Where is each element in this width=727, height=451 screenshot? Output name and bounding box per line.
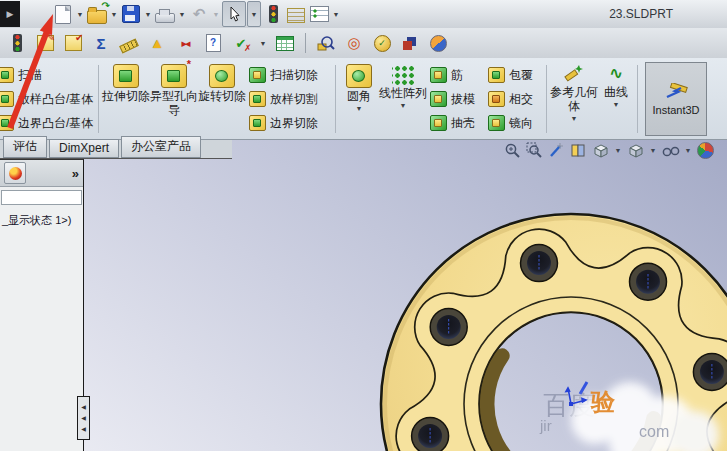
view-orientation-dropdown[interactable]: ▼: [613, 147, 623, 154]
display-state-item[interactable]: _显示状态 1>): [0, 213, 83, 228]
undo-icon: ↶: [193, 5, 206, 23]
ribbon-lofted-cut[interactable]: 放样切割: [246, 90, 332, 109]
draft-icon: [430, 91, 447, 107]
boundary-cut-icon: [249, 115, 266, 131]
ribbon-draft[interactable]: 拔模: [427, 90, 485, 109]
ribbon-shell[interactable]: 抽壳: [427, 114, 485, 133]
display-style-dropdown[interactable]: ▼: [648, 147, 658, 154]
graphics-viewport[interactable]: 百度 验 jir com: [83, 140, 727, 451]
ribbon-boundary-cut[interactable]: 边界切除: [246, 114, 332, 133]
traffic-light-button[interactable]: [262, 2, 284, 26]
motion-rings-button[interactable]: ◎: [343, 31, 365, 55]
main-toolbar: ▶ ▼ ▼ ▼ ▼ ↶ ▼ ▼ ▼ 23.SLDPRT: [0, 0, 727, 28]
tab-dimxpert[interactable]: DimXpert: [49, 139, 119, 158]
features-ribbon: 扫描 放样凸台/基体 边界凸台/基体 拉伸切除 *异型孔向导 旋转切除 扫描切除…: [0, 58, 727, 140]
view-cube-icon: [592, 142, 610, 159]
zoom-fit-button[interactable]: [503, 141, 522, 159]
render-globe-button[interactable]: [427, 31, 449, 55]
tab-office-products[interactable]: 办公室产品: [121, 136, 201, 158]
watermark-yan: 验: [590, 388, 616, 415]
ribbon-tabstrip: 评估 DimXpert 办公室产品: [0, 140, 232, 159]
revolved-cut-icon: [209, 64, 235, 88]
section-view-icon: [570, 142, 587, 159]
new-document-button[interactable]: [52, 2, 74, 26]
tab-evaluate[interactable]: 评估: [3, 136, 47, 158]
hole-wizard-icon: *: [161, 64, 187, 88]
edit-appearance-button[interactable]: [696, 141, 715, 159]
panel-header: »: [0, 160, 83, 187]
solidworks-window: ▶ ▼ ▼ ▼ ▼ ↶ ▼ ▼ ▼ 23.SLDPRT ✎ ✔ Σ: [0, 0, 727, 451]
expand-panel-button[interactable]: »: [72, 166, 79, 181]
open-button[interactable]: [86, 2, 108, 26]
glasses-icon: [661, 142, 680, 159]
part-icon: [9, 167, 22, 180]
measure-button[interactable]: [118, 31, 140, 55]
ribbon-wrap[interactable]: 包覆: [485, 66, 543, 85]
compress-view-button[interactable]: ▸◂: [174, 31, 196, 55]
section-view-button[interactable]: [569, 141, 588, 159]
part-tab-button[interactable]: [4, 162, 26, 184]
ribbon-sweep[interactable]: 扫描: [0, 66, 95, 85]
undo-button[interactable]: ↶: [188, 2, 210, 26]
accept-markup-button[interactable]: ✔: [62, 31, 84, 55]
panel-filter-field[interactable]: [1, 190, 82, 205]
excel-table-button[interactable]: [274, 31, 296, 55]
ribbon-lofted-boss[interactable]: 放样凸台/基体: [0, 90, 95, 109]
ribbon-boundary-boss[interactable]: 边界凸台/基体: [0, 114, 95, 133]
equations-button[interactable]: Σ: [90, 31, 112, 55]
new-document-icon: [55, 5, 71, 24]
print-button[interactable]: [154, 2, 176, 26]
document-question-icon: ?: [206, 34, 221, 52]
hide-show-items-button[interactable]: [661, 141, 680, 159]
checklist-icon: [310, 6, 329, 22]
cone-icon: ▲: [150, 35, 164, 51]
save-dropdown[interactable]: ▼: [143, 11, 153, 18]
options-dropdown[interactable]: ▼: [331, 11, 341, 18]
edit-markup-button[interactable]: ✎: [34, 31, 56, 55]
view-orientation-button[interactable]: [591, 141, 610, 159]
zoom-area-button[interactable]: [525, 141, 544, 159]
ribbon-mirror[interactable]: 镜向: [485, 114, 543, 133]
appearance-sphere-icon: [697, 142, 714, 159]
new-dropdown[interactable]: ▼: [75, 11, 85, 18]
dfm-analyzer-button[interactable]: [315, 31, 337, 55]
traffic-light-icon: [269, 5, 278, 23]
options-form-button[interactable]: [308, 2, 330, 26]
design-checker-button[interactable]: ✔✗: [230, 31, 252, 55]
ribbon-hole-wizard[interactable]: *异型孔向导: [150, 61, 198, 137]
select-dropdown[interactable]: ▼: [247, 1, 261, 27]
schedule-check-button[interactable]: ✓: [371, 31, 393, 55]
print-dropdown[interactable]: ▼: [177, 11, 187, 18]
wrap-icon: [488, 67, 505, 83]
ribbon-reference-geometry[interactable]: 参考几何体▼: [550, 61, 598, 137]
hide-show-dropdown[interactable]: ▼: [683, 147, 693, 154]
design-checker-dropdown[interactable]: ▼: [258, 40, 268, 47]
ribbon-revolved-cut[interactable]: 旋转切除: [198, 61, 246, 137]
panel-splitter-handle[interactable]: ◀ ◀ ◀: [77, 396, 90, 440]
magic-wand-button[interactable]: [547, 141, 566, 159]
select-button[interactable]: [222, 1, 246, 27]
compare-documents-button[interactable]: [399, 31, 421, 55]
open-folder-icon: [87, 10, 107, 24]
ribbon-linear-pattern[interactable]: 线性阵列▼: [379, 61, 427, 137]
ribbon-intersect[interactable]: 相交: [485, 90, 543, 109]
workflow-lights-button[interactable]: [6, 31, 28, 55]
instant3d-button[interactable]: Instant3D: [645, 62, 707, 136]
note-icon: [287, 8, 305, 23]
open-dropdown[interactable]: ▼: [109, 11, 119, 18]
design-binder-button[interactable]: [285, 2, 307, 26]
ribbon-curves[interactable]: ∿曲线▼: [598, 61, 634, 137]
display-style-button[interactable]: [626, 141, 645, 159]
flange-part[interactable]: 百度 验 jir com: [83, 158, 727, 451]
section-properties-button[interactable]: ▲: [146, 31, 168, 55]
ribbon-swept-cut[interactable]: 扫描切除: [246, 66, 332, 85]
watermark-jir: jir: [539, 417, 552, 434]
feature-manager-panel: » _显示状态 1>) ◀ ◀ ◀: [0, 159, 84, 451]
file-translator-button[interactable]: ?: [202, 31, 224, 55]
linear-pattern-icon: [392, 64, 414, 85]
ribbon-rib[interactable]: 筋: [427, 66, 485, 85]
boundary-icon: [0, 115, 14, 131]
ribbon-fillet[interactable]: 圆角▼: [339, 61, 379, 137]
save-button[interactable]: [120, 2, 142, 26]
ribbon-extruded-cut[interactable]: 拉伸切除: [102, 61, 150, 137]
